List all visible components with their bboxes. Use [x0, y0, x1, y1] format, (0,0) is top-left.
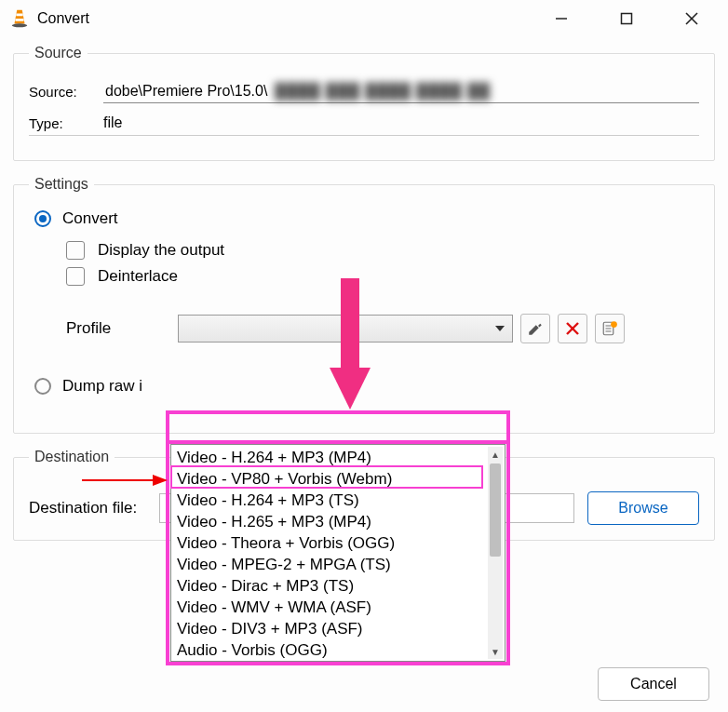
- vlc-icon: [9, 8, 30, 29]
- svg-rect-2: [15, 19, 23, 21]
- source-path-text: dobe\Premiere Pro\15.0\: [105, 83, 267, 100]
- display-output-label: Display the output: [98, 241, 224, 260]
- profile-option[interactable]: Video - H.265 + MP3 (MP4): [175, 511, 503, 532]
- profile-combobox[interactable]: [178, 315, 513, 343]
- destination-file-label: Destination file:: [29, 499, 159, 517]
- profile-option[interactable]: Video - Dirac + MP3 (TS): [175, 575, 503, 597]
- profile-option[interactable]: Video - MPEG-2 + MPGA (TS): [175, 554, 503, 575]
- profile-option[interactable]: Video - Theora + Vorbis (OGG): [175, 532, 503, 554]
- destination-legend: Destination: [29, 449, 115, 465]
- profile-option[interactable]: Video - WMV + WMA (ASF): [175, 597, 503, 618]
- deinterlace-row[interactable]: Deinterlace: [66, 267, 699, 286]
- profile-option[interactable]: Video - H.264 + MP3 (MP4): [175, 447, 503, 468]
- start-button-obscured[interactable]: [501, 667, 585, 701]
- source-path-redacted: ████ ███ ████ ████ ██: [275, 83, 491, 100]
- scroll-up-icon[interactable]: ▲: [488, 447, 503, 462]
- deinterlace-label: Deinterlace: [98, 267, 178, 286]
- cancel-button[interactable]: Cancel: [598, 667, 709, 701]
- dump-raw-radio-row[interactable]: Dump raw i: [34, 377, 699, 396]
- chevron-down-icon: [495, 326, 505, 331]
- source-label: Source:: [29, 84, 103, 100]
- titlebar: Convert: [0, 0, 728, 37]
- svg-rect-1: [16, 14, 22, 17]
- type-value: file: [103, 114, 122, 131]
- deinterlace-checkbox[interactable]: [66, 267, 85, 286]
- dump-raw-radio[interactable]: [34, 378, 51, 395]
- convert-label: Convert: [62, 209, 118, 228]
- dump-raw-label: Dump raw i: [62, 377, 142, 396]
- svg-rect-5: [622, 14, 632, 24]
- edit-profile-button[interactable]: [520, 314, 550, 343]
- source-path: dobe\Premiere Pro\15.0\ ████ ███ ████ ██…: [103, 80, 699, 103]
- browse-button[interactable]: Browse: [587, 491, 699, 525]
- profile-option[interactable]: Video - DIV3 + MP3 (ASF): [175, 618, 503, 639]
- minimize-button[interactable]: [529, 0, 594, 37]
- delete-profile-button[interactable]: [558, 314, 587, 343]
- browse-label: Browse: [618, 500, 667, 517]
- type-label: Type:: [29, 115, 103, 131]
- convert-radio-row[interactable]: Convert: [34, 209, 699, 228]
- profile-option[interactable]: Video - H.264 + MP3 (TS): [175, 490, 503, 511]
- convert-radio[interactable]: [34, 210, 51, 227]
- source-group: Source Source: dobe\Premiere Pro\15.0\ █…: [13, 45, 715, 161]
- svg-marker-0: [15, 10, 25, 24]
- cancel-label: Cancel: [630, 676, 677, 692]
- svg-point-14: [611, 321, 617, 328]
- profile-option[interactable]: Audio - Vorbis (OGG): [175, 639, 503, 659]
- new-profile-button[interactable]: [595, 314, 625, 343]
- profile-label: Profile: [66, 319, 178, 338]
- settings-legend: Settings: [29, 176, 94, 193]
- profile-option[interactable]: Video - VP80 + Vorbis (Webm): [175, 468, 503, 490]
- settings-group: Settings Convert Display the output Dein…: [13, 176, 715, 434]
- source-legend: Source: [29, 45, 88, 61]
- scroll-thumb[interactable]: [490, 463, 501, 557]
- display-output-row[interactable]: Display the output: [66, 241, 699, 260]
- maximize-button[interactable]: [594, 0, 659, 37]
- close-button[interactable]: [659, 0, 724, 37]
- window-title: Convert: [37, 10, 529, 27]
- display-output-checkbox[interactable]: [66, 241, 85, 260]
- scrollbar[interactable]: ▲ ▼: [488, 447, 503, 659]
- profile-dropdown-list[interactable]: Video - H.264 + MP3 (MP4)Video - VP80 + …: [170, 444, 506, 662]
- svg-point-3: [12, 23, 28, 27]
- scroll-down-icon[interactable]: ▼: [488, 644, 503, 659]
